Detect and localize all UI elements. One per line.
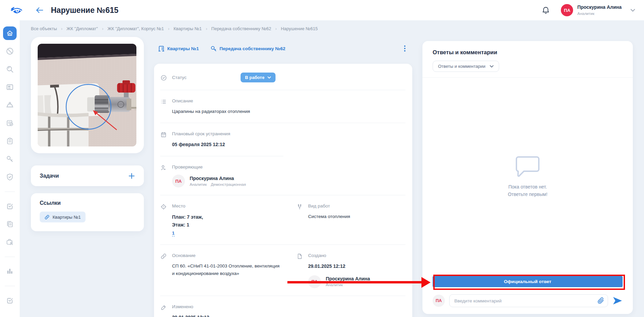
status-section: Статус В работе — [154, 73, 412, 82]
link-chip-apartments[interactable]: Квартиры №1 — [40, 212, 86, 222]
sidebar-item-security[interactable] — [3, 170, 17, 184]
inspectors-section: Проверяющие ПА Проскурина Алина Аналитик… — [154, 164, 412, 187]
deadline-value: 05 февраля 2025 12:12 — [172, 141, 405, 148]
user-menu[interactable]: ПА Проскурина Алина Аналитик — [561, 4, 635, 16]
page-title: Нарушение №615 — [51, 6, 118, 15]
clipboard-icon — [6, 137, 14, 145]
link-chip-label: Квартиры №1 — [53, 215, 81, 220]
user-avatar: ПА — [561, 4, 573, 16]
official-answer-button[interactable]: Официальный ответ — [433, 276, 623, 287]
created-date: 29.01.2025 12:12 — [308, 262, 405, 270]
add-task-button[interactable] — [128, 173, 135, 179]
back-button[interactable] — [35, 5, 45, 15]
app-header: Нарушение №615 ПА Проскурина Алина Анали… — [0, 0, 644, 20]
place-label: Место — [172, 203, 283, 209]
modified-date: 29.01.2025 12:13 — [172, 314, 405, 317]
breadcrumb-item[interactable]: Квартиры №1 — [173, 26, 202, 31]
key-icon — [210, 45, 217, 52]
status-check-icon — [160, 74, 167, 81]
hard-hat-icon — [6, 101, 14, 109]
sidebar-item-restricted[interactable] — [3, 44, 17, 58]
sidebar-item-cards[interactable] — [3, 80, 17, 94]
plus-icon — [128, 173, 135, 179]
sidebar-item-construction[interactable] — [3, 98, 17, 112]
chain-link-icon — [160, 253, 167, 278]
person-icon — [160, 164, 167, 187]
status-dropdown[interactable]: В работе — [241, 73, 276, 82]
list-icon — [160, 98, 167, 115]
inspector-org: Демонстрационная — [211, 182, 246, 186]
sidebar-item-documents[interactable] — [3, 217, 17, 231]
speech-bubble-icon — [515, 156, 540, 178]
send-icon — [612, 296, 623, 305]
documents-icon — [6, 220, 14, 228]
description-label: Описание — [172, 98, 405, 103]
kebab-icon — [404, 45, 405, 52]
comment-composer: ПА — [433, 294, 623, 307]
user-name: Проскурина Алина — [577, 4, 622, 11]
notifications-button[interactable] — [540, 4, 551, 16]
breadcrumb: Все объекты› ЖК "Дипломат"› ЖК "Дипломат… — [20, 20, 644, 37]
check-square-icon — [6, 202, 14, 210]
sidebar-item-search[interactable] — [3, 62, 17, 76]
worktype-value: Система отопления — [308, 213, 405, 220]
inspector-row: ПА Проскурина Алина АналитикДемонстрацио… — [172, 175, 405, 187]
sidebar-divider — [5, 286, 15, 286]
eye-logo-icon — [11, 6, 23, 15]
kebab-menu-button[interactable] — [401, 44, 408, 53]
search-icon — [6, 65, 14, 73]
back-arrow-icon — [36, 7, 43, 13]
target-icon — [160, 203, 167, 237]
place-floor: Этаж: 1 — [172, 221, 283, 229]
modified-label: Изменено — [172, 304, 405, 309]
sidebar — [0, 20, 20, 317]
user-role: Аналитик — [577, 11, 622, 16]
empty-line-1: Пока ответов нет. — [508, 183, 548, 191]
place-plan-link[interactable]: 1 — [172, 231, 175, 236]
bar-chart-icon — [6, 268, 14, 275]
app-logo[interactable] — [9, 6, 24, 15]
created-label: Создано — [308, 253, 405, 258]
comments-filter-value: Ответы и комментарии — [438, 64, 486, 69]
comment-input[interactable] — [449, 294, 608, 307]
inspectors-label: Проверяющие — [172, 164, 405, 170]
tags-row: Квартиры №1 Передача собственнику №62 — [154, 44, 412, 53]
chevron-down-icon — [267, 76, 271, 79]
empty-line-2: Ответьте первым! — [508, 191, 548, 198]
tag-apartments[interactable]: Квартиры №1 — [158, 45, 199, 52]
card-icon — [6, 83, 14, 91]
violation-details-card: Статус В работе — [154, 64, 412, 317]
created-by-row: ПА Проскурина Алина Аналитик — [308, 275, 405, 288]
sidebar-item-keys[interactable] — [3, 152, 17, 166]
sidebar-item-tasks[interactable] — [3, 134, 17, 148]
send-comment-button[interactable] — [612, 296, 623, 305]
comments-title: Ответы и комментарии — [433, 49, 623, 56]
violation-photo[interactable] — [38, 44, 136, 146]
tasks-card: Задачи — [31, 165, 144, 186]
breadcrumb-item[interactable]: ЖК "Дипломат" — [67, 26, 98, 31]
comments-filter-dropdown[interactable]: Ответы и комментарии — [433, 61, 499, 72]
sidebar-item-approvals[interactable] — [3, 199, 17, 213]
created-by-role: Аналитик — [326, 283, 343, 287]
tasks-title: Задачи — [40, 173, 59, 179]
sidebar-item-home[interactable] — [3, 26, 17, 40]
inspector-role: Аналитик — [190, 182, 207, 186]
sidebar-item-checklists[interactable] — [3, 294, 17, 307]
worktype-section: Вид работ Система отопления — [290, 203, 412, 220]
breadcrumb-item[interactable]: ЖК "Дипломат", Корпус №1 — [108, 26, 164, 31]
breadcrumb-item[interactable]: Все объекты — [31, 26, 57, 31]
place-section: Место План: 7 этаж, Этаж: 1 1 — [154, 203, 290, 237]
comments-empty-state: Пока ответов нет. Ответьте первым! — [433, 78, 623, 276]
room-icon — [158, 45, 165, 52]
attach-file-button[interactable] — [597, 297, 605, 304]
basis-value: СП 60. «СНиП 41-01-2003 Отопление, венти… — [172, 262, 283, 278]
chevron-down-icon — [490, 65, 494, 68]
created-by-avatar: ПА — [308, 275, 321, 288]
links-card: Ссылки Квартиры №1 — [31, 193, 144, 231]
chevron-down-icon — [630, 9, 635, 12]
sidebar-item-inspections[interactable] — [3, 116, 17, 130]
tag-transfer[interactable]: Передача собственнику №62 — [210, 45, 285, 52]
breadcrumb-item[interactable]: Передача собственнику №62 — [211, 26, 271, 31]
sidebar-item-analytics[interactable] — [3, 264, 17, 278]
sidebar-item-staff[interactable] — [3, 235, 17, 249]
